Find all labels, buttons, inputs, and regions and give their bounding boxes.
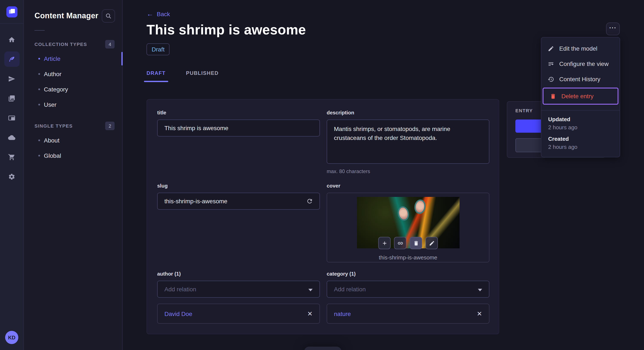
field-author: author (1) Add relation David Doe ✕ [157, 271, 320, 324]
author-placeholder: Add relation [164, 286, 196, 293]
bullet-icon [38, 73, 40, 75]
pencil-icon [548, 45, 554, 52]
slug-input[interactable] [157, 193, 320, 210]
sidebar-item-category[interactable]: Category [24, 82, 122, 97]
author-add-relation-combobox[interactable]: Add relation [157, 281, 320, 298]
remove-author-relation-button[interactable]: ✕ [307, 311, 313, 317]
status-badge: Draft [146, 43, 170, 55]
arrow-left-icon: ← [146, 11, 153, 17]
strapi-logo[interactable] [6, 6, 17, 17]
shrimp-eye [413, 199, 426, 215]
description-label: description [327, 110, 490, 116]
cover-asset-card: this-shrimp-is-awesome [327, 193, 490, 262]
bullet-icon [38, 88, 40, 90]
title-input[interactable] [157, 120, 320, 137]
releases-icon[interactable] [4, 69, 20, 88]
page-title: This shrimp is awesome [146, 22, 499, 38]
tab-published[interactable]: PUBLISHED [186, 66, 218, 82]
floating-toolbar-peek[interactable] [304, 347, 342, 350]
updated-value: 2 hours ago [548, 124, 613, 131]
updated-label: Updated [548, 116, 613, 123]
regenerate-slug-button[interactable] [304, 196, 315, 206]
link-icon [397, 240, 403, 246]
field-description: description Mantis shrimps, or stomatopo… [327, 110, 490, 174]
sidebar-item-label: Article [44, 55, 60, 62]
trash-icon [413, 240, 419, 246]
description-hint: max. 80 characters [327, 169, 490, 174]
chevron-down-icon [478, 285, 482, 293]
plus-icon [382, 240, 388, 246]
remove-category-relation-button[interactable]: ✕ [477, 311, 482, 317]
sidebar-item-about[interactable]: About [24, 133, 122, 148]
collection-types-count: 4 [105, 40, 114, 48]
sidebar-item-label: Category [44, 86, 68, 93]
content-manager-icon[interactable] [4, 51, 20, 67]
subnav-title: Content Manager [34, 11, 98, 20]
search-icon [105, 13, 112, 19]
bullet-icon [38, 58, 40, 59]
menu-item-delete-entry[interactable]: Delete entry [544, 88, 618, 104]
category-placeholder: Add relation [334, 286, 366, 293]
sidebar-item-user[interactable]: User [24, 97, 122, 112]
created-label: Created [548, 136, 613, 142]
title-label: title [157, 110, 320, 116]
collection-types-list: Article Author Category User [24, 51, 122, 112]
settings-icon[interactable] [4, 167, 20, 186]
tab-draft[interactable]: DRAFT [146, 66, 166, 82]
category-relation-item: nature ✕ [327, 304, 490, 324]
category-relation-link[interactable]: nature [334, 310, 351, 317]
menu-item-configure-view[interactable]: Configure the view [541, 56, 620, 71]
add-asset-button[interactable] [378, 237, 390, 249]
description-input[interactable]: Mantis shrimps, or stomatopods, are mari… [327, 120, 490, 164]
bullet-icon [38, 104, 40, 105]
sidebar-item-label: Global [44, 152, 61, 159]
logo-container [0, 0, 24, 24]
author-relation-item: David Doe ✕ [157, 304, 320, 324]
menu-item-edit-model[interactable]: Edit the model [541, 41, 620, 56]
menu-item-label: Delete entry [561, 93, 594, 100]
pencil-icon [429, 240, 435, 246]
category-add-relation-combobox[interactable]: Add relation [327, 281, 490, 298]
tab-bar: DRAFT PUBLISHED [146, 66, 499, 82]
delete-asset-button[interactable] [410, 237, 422, 249]
shrimp-eye [396, 205, 410, 222]
sidebar-item-label: User [44, 101, 56, 108]
edit-asset-button[interactable] [426, 237, 438, 249]
author-label: author (1) [157, 271, 320, 277]
cloud-icon[interactable] [4, 128, 20, 147]
sidebar-item-label: Author [44, 71, 62, 77]
media-library-icon[interactable] [4, 88, 20, 108]
cover-actions [378, 237, 438, 249]
chevron-down-icon [308, 285, 313, 293]
subnav-divider [34, 30, 45, 31]
icon-rail: KD [0, 0, 24, 350]
cover-label: cover [327, 183, 490, 189]
author-relation-link[interactable]: David Doe [164, 310, 192, 317]
single-types-label: SINGLE TYPES [34, 123, 72, 128]
marketplace-icon[interactable] [4, 147, 20, 167]
content-manager-subnav: Content Manager COLLECTION TYPES 4 Artic… [24, 0, 123, 350]
configure-view-icon [548, 61, 554, 67]
ellipsis-icon: ··· [609, 24, 616, 31]
user-avatar[interactable]: KD [5, 331, 18, 344]
field-category: category (1) Add relation nature ✕ [327, 271, 490, 324]
rail-items [4, 30, 20, 186]
bullet-icon [38, 140, 40, 141]
entry-form-panel: title description Mantis shrimps, or sto… [146, 99, 499, 334]
sidebar-item-article[interactable]: Article [24, 51, 122, 66]
sidebar-item-author[interactable]: Author [24, 66, 122, 82]
content-type-builder-icon[interactable] [4, 108, 20, 128]
field-slug: slug [157, 183, 320, 262]
refresh-icon [306, 198, 313, 204]
main-area: ← Back This shrimp is awesome Draft DRAF… [123, 0, 644, 350]
bullet-icon [38, 155, 40, 157]
back-link[interactable]: ← Back [146, 11, 170, 17]
app-window: KD Content Manager COLLECTION TYPES 4 Ar… [0, 0, 644, 350]
search-button[interactable] [102, 9, 115, 22]
history-icon [548, 76, 554, 82]
sidebar-item-global[interactable]: Global [24, 148, 122, 163]
more-options-button[interactable]: ··· [606, 22, 620, 35]
home-icon[interactable] [4, 30, 20, 49]
copy-link-button[interactable] [394, 237, 406, 249]
menu-item-content-history[interactable]: Content History [541, 71, 620, 87]
